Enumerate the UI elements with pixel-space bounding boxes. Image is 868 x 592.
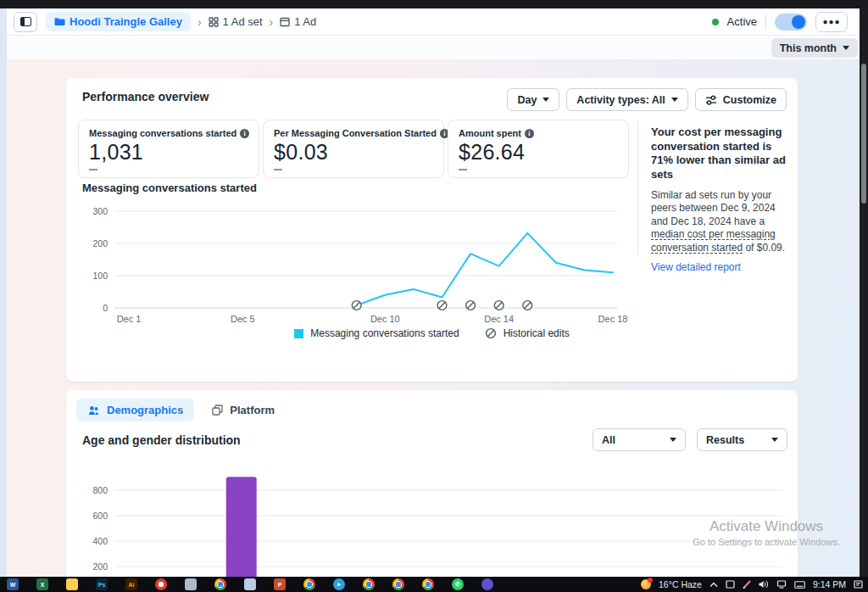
header-bar: Hoodi Traingle Galley › 1 Ad set › [7,8,860,36]
ellipsis-icon: ●●● [822,17,840,26]
cad-app-icon[interactable] [244,578,256,590]
svg-text:300: 300 [92,206,108,216]
red-round-app-icon[interactable] [155,578,167,590]
metric-card-amount-spent: Amount spent i $26.64 [448,120,629,178]
active-status-dot [712,19,719,25]
word-icon[interactable]: W [7,578,19,590]
tab-demographics[interactable]: Demographics [76,399,194,422]
svg-text:Dec 1: Dec 1 [117,314,142,324]
chrome-profile-icon[interactable] [303,578,315,590]
chrome-profile-icon[interactable] [422,578,434,590]
speaker-icon[interactable] [759,580,769,589]
tab-demographics-label: Demographics [107,404,183,416]
tablet-mode-icon[interactable] [726,580,735,589]
svg-text:400: 400 [92,536,108,546]
more-options-button[interactable]: ●●● [815,12,848,32]
pen-icon[interactable] [743,580,751,589]
taskbar-app-icons: WXPsAiP▸✆ [0,578,493,590]
metric-trend-dash [274,169,282,170]
metric-value: $26.64 [459,140,618,165]
chevron-down-icon [670,438,676,442]
performance-controls: Day Activity types: All Customize [507,88,787,111]
breadcrumb-adset[interactable]: 1 Ad set [209,15,263,28]
illustrator-icon[interactable]: Ai [125,578,137,590]
svg-text:Dec 5: Dec 5 [231,314,255,324]
customize-label: Customize [723,94,776,106]
demographics-card: Demographics Platform Age and gender dis… [66,390,798,592]
whatsapp-icon[interactable]: ✆ [452,578,464,590]
folder-icon[interactable] [66,578,78,590]
tab-platform[interactable]: Platform [201,399,286,422]
legend-item: Historical edits [485,327,570,339]
telegram-icon[interactable]: ▸ [333,578,345,590]
windows-taskbar: WXPsAiP▸✆ 16°C Haze 9:14 PM [0,577,868,592]
left-edge-panel [0,8,7,577]
system-tray: 16°C Haze 9:14 PM [641,579,868,589]
metric-value: $0.03 [274,140,433,165]
ads-manager-screen: Hoodi Traingle Galley › 1 Ad set › [0,0,868,592]
chevron-right-icon: › [269,16,275,28]
status-label: Active [727,15,757,28]
chrome-profile-icon[interactable] [392,578,404,590]
age-gender-title: Age and gender distribution [82,433,241,447]
svg-text:600: 600 [92,511,108,521]
adset-grid-icon [209,17,219,27]
scrollbar-thumb[interactable] [861,64,866,204]
svg-text:800: 800 [92,485,108,495]
activity-types-dropdown[interactable]: Activity types: All [566,88,687,111]
photoshop-icon[interactable]: Ps [96,578,108,590]
breadcrumb-adset-label: 1 Ad set [223,15,263,28]
breakdown-select-value: All [602,434,615,446]
chrome-profile-icon[interactable] [363,578,375,590]
breadcrumb-campaign[interactable]: Hoodi Traingle Galley [46,12,191,31]
scrollbar[interactable] [860,8,868,577]
breadcrumb-ad[interactable]: 1 Ad [280,15,316,28]
weather-icon[interactable] [641,579,651,589]
folder-icon [54,17,65,26]
breakdown-tabs: Demographics Platform [76,399,286,422]
tab-platform-label: Platform [230,404,275,416]
demographics-filters: All Results [593,428,787,451]
date-range-label: This month [780,42,837,54]
info-icon[interactable]: i [525,129,534,138]
excel-icon[interactable]: X [36,578,48,590]
historical-edit-icon [494,301,504,310]
day-dropdown[interactable]: Day [507,88,559,111]
purple-round-app-icon[interactable] [481,578,493,590]
svg-text:Dec 10: Dec 10 [370,314,400,324]
info-icon[interactable]: i [240,129,249,138]
chart-legend: Messaging conversations startedHistorica… [66,327,798,339]
customize-button[interactable]: Customize [695,88,787,111]
pencil-circle-icon [485,327,497,339]
notification-center-icon[interactable] [854,580,863,589]
chevron-down-icon [771,438,778,442]
network-icon[interactable] [776,580,787,589]
divider [765,14,766,30]
touch-keyboard-icon[interactable] [794,581,805,589]
breadcrumb-ad-label: 1 Ad [294,15,316,28]
performance-overview-card: Performance overview Day Activity types:… [66,78,798,382]
metric-label: Per Messaging Conversation Started [274,128,437,138]
weather-label[interactable]: 16°C Haze [659,579,702,589]
date-range-button[interactable]: This month [771,38,858,58]
sidebar-toggle-button[interactable] [14,12,37,32]
printer-icon[interactable] [185,578,197,590]
metric-card-cost-per-conversation: Per Messaging Conversation Started i $0.… [263,120,444,178]
historical-edit-icon [523,301,532,310]
chrome-icon[interactable] [214,578,226,590]
metric-select[interactable]: Results [697,428,787,451]
breadcrumb: Hoodi Traingle Galley › 1 Ad set › [46,12,316,31]
breakdown-select[interactable]: All [593,428,686,451]
breadcrumb-campaign-label: Hoodi Traingle Galley [70,15,182,28]
metric-label: Messaging conversations started [89,128,236,138]
legend-label: Historical edits [504,327,570,339]
insight-heading: Your cost per messaging conversation sta… [651,126,795,182]
metric-card-conversations: Messaging conversations started i 1,031 [78,120,259,178]
tray-expand-icon[interactable] [709,582,718,588]
svg-text:Dec 18: Dec 18 [598,314,628,324]
clock[interactable]: 9:14 PM [813,579,846,589]
legend-item: Messaging conversations started [294,327,459,339]
powerpoint-icon[interactable]: P [274,578,286,590]
activity-types-label: Activity types: All [576,94,665,106]
active-toggle[interactable] [775,14,807,31]
